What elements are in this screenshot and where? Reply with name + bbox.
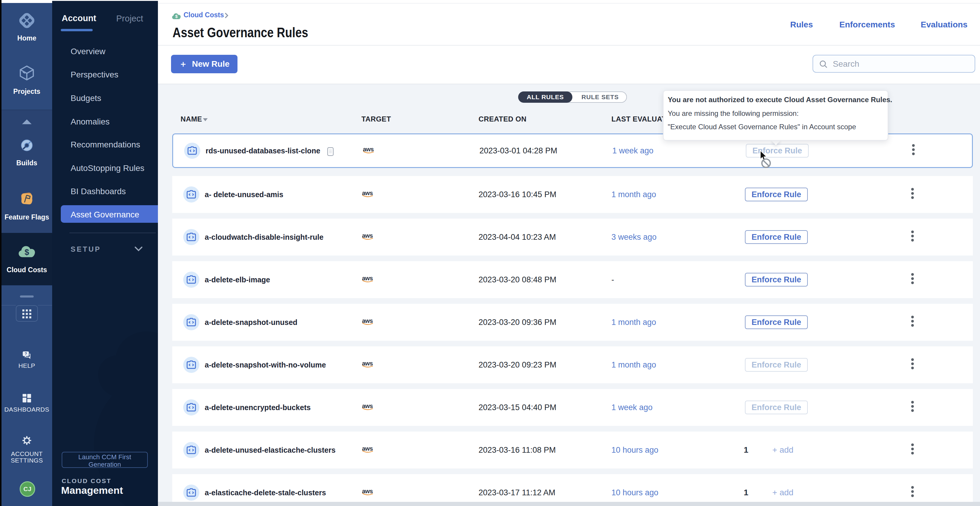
svg-text:aws: aws [362, 488, 373, 494]
svg-text:aws: aws [362, 403, 373, 409]
svg-text:$: $ [24, 247, 29, 257]
svg-text:aws: aws [362, 275, 373, 281]
svg-text:aws: aws [362, 318, 373, 324]
svg-text:$: $ [175, 14, 178, 19]
svg-text:aws: aws [362, 360, 373, 366]
svg-text:aws: aws [362, 190, 373, 196]
svg-text:?: ? [25, 351, 27, 356]
svg-text:aws: aws [363, 146, 374, 152]
svg-text:aws: aws [362, 233, 373, 239]
svg-text:aws: aws [362, 446, 373, 452]
